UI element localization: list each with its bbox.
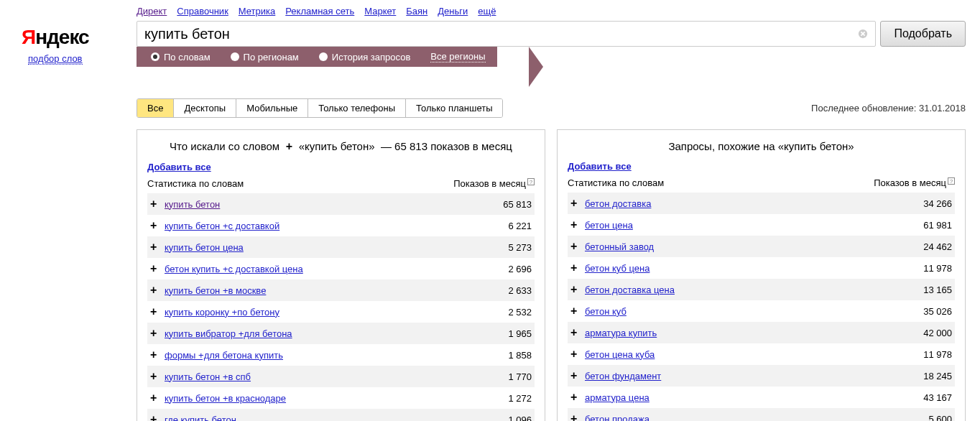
keyword-link[interactable]: бетон цена [585,220,633,231]
keyword-row: +бетон доставка цена13 165 [568,279,955,300]
radio-label: По регионам [244,52,299,63]
header-link[interactable]: ещё [478,6,496,17]
keyword-row: +купить бетон цена5 273 [147,236,535,258]
add-all-left[interactable]: Добавить все [147,162,211,172]
keyword-link[interactable]: бетон цена куба [585,349,655,360]
device-tab[interactable]: Мобильные [236,99,308,117]
header-link[interactable]: Маркет [364,6,396,17]
impressions-value: 1 272 [508,393,532,404]
keyword-link[interactable]: формы +для бетона купить [165,350,283,361]
filter-radio[interactable]: По словам [151,52,211,63]
logo: Яндекс подбор слов [22,26,89,65]
impressions-value: 61 981 [923,220,952,231]
add-icon[interactable]: + [570,326,585,339]
logo-subtitle-link[interactable]: подбор слов [28,53,82,65]
add-icon[interactable]: + [570,369,585,382]
add-icon[interactable]: + [570,197,585,210]
header-link[interactable]: Справочник [177,6,228,17]
keyword-link[interactable]: купить бетон +с доставкой [165,221,279,231]
header-link[interactable]: Деньги [438,6,468,17]
help-icon[interactable]: ? [527,178,535,185]
add-icon[interactable]: + [570,391,585,404]
keyword-link[interactable]: бетон фундамент [585,371,661,381]
add-icon[interactable]: + [150,284,165,297]
impressions-value: 11 978 [923,263,952,274]
header-link[interactable]: Директ [137,6,167,17]
add-icon[interactable]: + [150,392,165,404]
keyword-link[interactable]: купить бетон +в краснодаре [165,393,286,404]
stat-col-words: Статистика по словам [147,178,244,189]
keyword-link[interactable]: купить бетон +в москве [165,285,266,296]
keyword-row: +бетон доставка34 266 [568,193,955,214]
add-icon[interactable]: + [150,262,165,275]
impressions-value: 43 167 [923,392,952,403]
keyword-link[interactable]: арматура купить [585,328,657,338]
all-regions-link[interactable]: Все регионы [430,51,485,63]
keyword-link[interactable]: купить бетон +в спб [165,371,251,382]
keyword-link[interactable]: купить бетон цена [165,242,244,253]
impressions-value: 35 026 [923,306,952,317]
add-icon[interactable]: + [570,412,585,421]
add-icon[interactable]: + [150,241,165,254]
device-tab[interactable]: Только планшеты [406,99,502,117]
device-tab[interactable]: Все [137,99,174,117]
device-tabs: ВсеДесктопыМобильныеТолько телефоныТольк… [137,98,503,118]
radio-icon [151,52,160,61]
keyword-link[interactable]: бетон купить +с доставкой цена [165,264,303,274]
keyword-row: +купить коронку +по бетону2 532 [147,301,535,323]
impressions-value: 11 978 [923,349,952,360]
device-tab[interactable]: Десктопы [174,99,236,117]
add-icon[interactable]: + [150,370,165,383]
keyword-link[interactable]: бетон продажа [585,414,650,422]
add-icon[interactable]: + [150,348,165,361]
add-icon[interactable]: + [570,283,585,296]
keyword-row: +бетон куб35 026 [568,300,955,322]
impressions-value: 65 813 [503,199,532,210]
keyword-link[interactable]: купить бетон [165,199,220,210]
keyword-link[interactable]: где купить бетон [165,415,236,422]
add-icon[interactable]: + [150,305,165,318]
keyword-row: +купить вибратор +для бетона1 965 [147,323,535,344]
keyword-link[interactable]: бетон доставка цена [585,284,675,295]
keyword-row: +купить бетон65 813 [147,193,535,215]
keyword-link[interactable]: бетон доставка [585,198,651,209]
add-icon[interactable]: + [150,219,165,232]
add-icon[interactable]: + [570,218,585,231]
keyword-row: +арматура цена43 167 [568,387,955,408]
header-link[interactable]: Метрика [239,6,275,17]
keyword-link[interactable]: бетон куб цена [585,263,650,274]
keyword-link[interactable]: купить вибратор +для бетона [165,328,292,339]
add-icon[interactable]: + [570,262,585,274]
impressions-value: 2 532 [508,307,532,318]
keyword-link[interactable]: бетон куб [585,306,627,317]
add-icon[interactable]: + [570,348,585,361]
help-icon[interactable]: ? [948,177,955,185]
logo-rest: ндекс [35,26,88,48]
device-tab[interactable]: Только телефоны [308,99,406,117]
add-all-right[interactable]: Добавить все [568,161,632,172]
header-link[interactable]: Рекламная сеть [285,6,354,17]
keyword-link[interactable]: бетонный завод [585,241,654,252]
impressions-value: 24 462 [923,241,952,252]
filter-radio[interactable]: По регионам [231,52,299,63]
impressions-value: 34 266 [923,198,952,209]
clear-icon[interactable] [857,28,869,40]
keyword-row: +бетон купить +с доставкой цена2 696 [147,258,535,279]
keyword-row: +бетон куб цена11 978 [568,257,955,279]
keyword-row: +бетон фундамент18 245 [568,365,955,387]
keyword-row: +арматура купить42 000 [568,322,955,343]
stat-col-words: Статистика по словам [568,177,664,188]
add-icon[interactable]: + [150,327,165,340]
submit-button[interactable]: Подобрать [880,21,966,47]
search-input[interactable] [137,21,876,47]
add-icon[interactable]: + [150,413,165,421]
header-link[interactable]: Баян [406,6,427,17]
impressions-value: 6 221 [508,221,532,231]
add-icon[interactable]: + [570,240,585,253]
keyword-link[interactable]: купить коронку +по бетону [165,307,279,318]
keyword-link[interactable]: арматура цена [585,392,650,403]
filter-radio[interactable]: История запросов [319,52,411,63]
add-icon[interactable]: + [570,305,585,318]
add-icon[interactable]: + [150,198,165,210]
keyword-row: +бетонный завод24 462 [568,236,955,257]
